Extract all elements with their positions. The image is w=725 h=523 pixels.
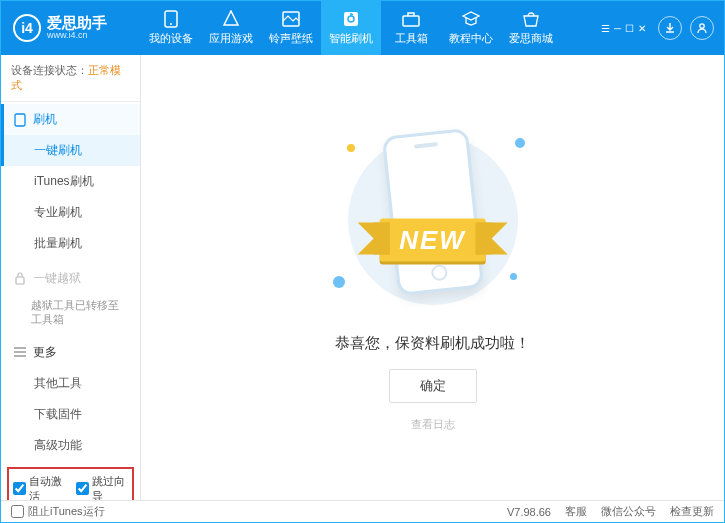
apps-icon [221,10,241,28]
ribbon-label: NEW [379,218,486,261]
sidebar-head-label: 更多 [33,344,57,361]
sidebar-flash-section: 刷机 一键刷机 iTunes刷机 专业刷机 批量刷机 [1,102,140,261]
statusbar: 阻止iTunes运行 V7.98.66 客服 微信公众号 检查更新 [1,500,724,522]
download-button[interactable] [658,16,682,40]
nav-label: 应用游戏 [209,31,253,46]
nav-label: 智能刷机 [329,31,373,46]
view-log-link[interactable]: 查看日志 [411,417,455,432]
list-icon [13,345,27,359]
phone-icon [13,113,27,127]
nav-apps[interactable]: 应用游戏 [201,1,261,55]
check-skip-guide[interactable]: 跳过向导 [76,474,129,500]
titlebar: i4 爱思助手 www.i4.cn 我的设备 应用游戏 铃声壁纸 智能刷机 [1,1,724,55]
flash-icon [341,10,361,28]
nav-label: 爱思商城 [509,31,553,46]
success-illustration: NEW [323,124,543,324]
close-icon[interactable]: ✕ [638,23,646,34]
nav-label: 铃声壁纸 [269,31,313,46]
maximize-icon[interactable]: ☐ [625,23,634,34]
sidebar-item-pro[interactable]: 专业刷机 [1,197,140,228]
main-content: NEW 恭喜您，保资料刷机成功啦！ 确定 查看日志 [141,55,724,500]
sidebar-head-flash[interactable]: 刷机 [1,104,140,135]
checkbox-block-itunes[interactable] [11,505,24,518]
store-icon [521,10,541,28]
sidebar-jailbreak-section: 一键越狱 越狱工具已转移至工具箱 [1,261,140,335]
nav-ringtones[interactable]: 铃声壁纸 [261,1,321,55]
checkbox-skip-guide[interactable] [76,482,89,495]
version-label: V7.98.66 [507,506,551,518]
connection-status: 设备连接状态：正常模式 [1,55,140,102]
minimize-icon[interactable]: ─ [614,23,621,34]
option-checks: 自动激活 跳过向导 [7,467,134,500]
sidebar-item-other-tools[interactable]: 其他工具 [1,368,140,399]
nav-label: 教程中心 [449,31,493,46]
sidebar: 设备连接状态：正常模式 刷机 一键刷机 iTunes刷机 专业刷机 批量刷机 一… [1,55,141,500]
connection-prefix: 设备连接状态： [11,64,88,76]
sidebar-item-oneclick[interactable]: 一键刷机 [1,135,140,166]
toolbox-icon [401,10,421,28]
nav-label: 我的设备 [149,31,193,46]
sidebar-bottom: 自动激活 跳过向导 iPhone 12 mini 64GB Down-12min… [1,463,140,500]
svg-rect-7 [16,277,24,284]
success-message: 恭喜您，保资料刷机成功啦！ [335,334,530,353]
nav-my-device[interactable]: 我的设备 [141,1,201,55]
svg-point-5 [700,24,704,28]
sidebar-head-jailbreak[interactable]: 一键越狱 [1,263,140,294]
svg-point-1 [170,23,172,25]
nav-toolbox[interactable]: 工具箱 [381,1,441,55]
logo-text: 爱思助手 www.i4.cn [47,15,107,41]
svg-rect-4 [403,16,419,26]
tutorial-icon [461,10,481,28]
logo-area: i4 爱思助手 www.i4.cn [1,14,141,42]
check-auto-activate[interactable]: 自动激活 [13,474,66,500]
wallpaper-icon [281,10,301,28]
sidebar-item-download-firmware[interactable]: 下载固件 [1,399,140,430]
check-update-link[interactable]: 检查更新 [670,504,714,519]
body: 设备连接状态：正常模式 刷机 一键刷机 iTunes刷机 专业刷机 批量刷机 一… [1,55,724,500]
checkbox-auto-activate[interactable] [13,482,26,495]
app-name: 爱思助手 [47,15,107,32]
app-url: www.i4.cn [47,31,107,41]
ok-button[interactable]: 确定 [389,369,477,403]
jailbreak-note: 越狱工具已转移至工具箱 [1,294,140,333]
svg-rect-6 [15,114,25,126]
sidebar-head-label: 一键越狱 [33,270,81,287]
device-icon [161,10,181,28]
user-button[interactable] [690,16,714,40]
nav-smart-flash[interactable]: 智能刷机 [321,1,381,55]
menu-icon[interactable]: ☰ [601,23,610,34]
wechat-link[interactable]: 微信公众号 [601,504,656,519]
sidebar-item-advanced[interactable]: 高级功能 [1,430,140,461]
nav-tutorials[interactable]: 教程中心 [441,1,501,55]
nav-store[interactable]: 爱思商城 [501,1,561,55]
support-link[interactable]: 客服 [565,504,587,519]
sidebar-item-batch[interactable]: 批量刷机 [1,228,140,259]
lock-icon [13,272,27,286]
block-itunes-check[interactable]: 阻止iTunes运行 [11,504,105,519]
titlebar-right: ☰ ─ ☐ ✕ [601,16,724,40]
sidebar-head-label: 刷机 [33,111,57,128]
top-nav: 我的设备 应用游戏 铃声壁纸 智能刷机 工具箱 教程中心 [141,1,561,55]
sidebar-more-section: 更多 其他工具 下载固件 高级功能 [1,335,140,463]
app-window: i4 爱思助手 www.i4.cn 我的设备 应用游戏 铃声壁纸 智能刷机 [0,0,725,523]
logo-icon: i4 [13,14,41,42]
nav-label: 工具箱 [395,31,428,46]
sidebar-item-itunes[interactable]: iTunes刷机 [1,166,140,197]
sidebar-head-more[interactable]: 更多 [1,337,140,368]
statusbar-right: V7.98.66 客服 微信公众号 检查更新 [507,504,714,519]
window-controls: ☰ ─ ☐ ✕ [601,23,646,34]
